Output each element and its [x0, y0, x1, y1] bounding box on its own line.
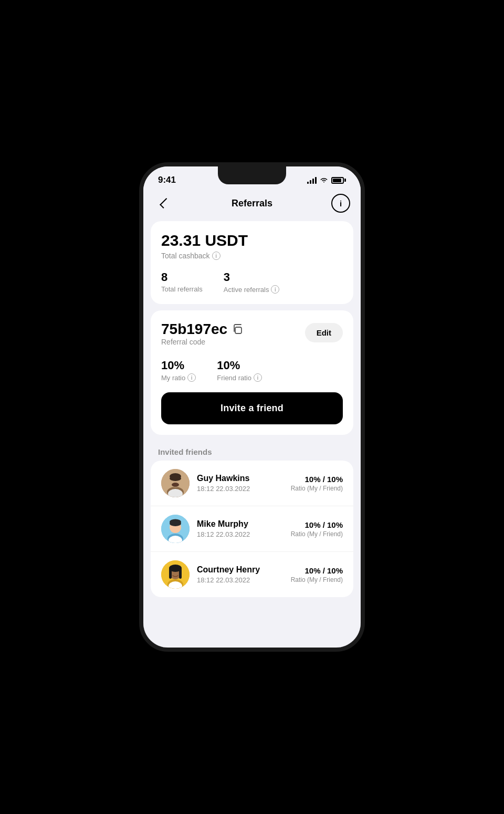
friend-ratio-display: 10% / 10% Ratio (My / Friend) [291, 566, 343, 583]
referral-code-card: 75b197ec Referral code Edit 10% My ratio [151, 310, 353, 435]
active-referrals-label: Active referrals i [224, 285, 280, 294]
stats-row: 8 Total referrals 3 Active referrals i [161, 270, 343, 294]
code-label: Referral code [161, 338, 243, 346]
friend-ratio-value: 10% / 10% [291, 520, 343, 529]
referral-code: 75b197ec [161, 321, 243, 338]
friend-ratio-value: 10% / 10% [291, 475, 343, 484]
back-button[interactable] [154, 194, 173, 213]
cashback-amount: 23.31 USDT [161, 232, 343, 249]
avatar [161, 560, 190, 589]
friend-ratio-label: Ratio (My / Friend) [291, 530, 343, 538]
signal-icon [307, 176, 317, 184]
battery-icon [331, 177, 346, 184]
svg-point-13 [170, 521, 181, 526]
friend-ratio-display: 10% / 10% Ratio (My / Friend) [291, 520, 343, 538]
friend-ratio-label: Ratio (My / Friend) [291, 485, 343, 492]
friend-item[interactable]: Courtney Henry 18:12 22.03.2022 10% / 10… [151, 552, 353, 597]
page-title: Referrals [232, 198, 272, 209]
invite-friend-button[interactable]: Invite a friend [161, 392, 343, 424]
my-ratio-label: My ratio i [161, 373, 196, 382]
svg-rect-20 [169, 568, 172, 579]
invited-friends-section-label: Invited friends [143, 441, 361, 461]
info-button[interactable]: i [331, 194, 350, 213]
bottom-spacer [143, 603, 361, 619]
status-icons [307, 176, 346, 184]
svg-point-7 [172, 483, 179, 487]
edit-button[interactable]: Edit [305, 323, 343, 342]
notch [218, 166, 286, 184]
cashback-card: 23.31 USDT Total cashback i 8 Total refe… [151, 221, 353, 304]
svg-rect-21 [179, 568, 182, 579]
info-icon: i [340, 199, 342, 208]
total-referrals-value: 8 [161, 270, 203, 284]
friend-ratio-label: Ratio (My / Friend) [291, 576, 343, 583]
friend-info: Courtney Henry 18:12 22.03.2022 [197, 565, 284, 584]
friend-date: 18:12 22.03.2022 [197, 530, 284, 538]
friend-ratio-value: 10% / 10% [291, 566, 343, 575]
active-referrals-value: 3 [224, 270, 280, 284]
friend-ratio-label: Friend ratio i [217, 373, 262, 382]
header: Referrals i [143, 190, 361, 221]
friend-info: Mike Murphy 18:12 22.03.2022 [197, 519, 284, 538]
active-referrals-info-icon[interactable]: i [271, 285, 279, 294]
friend-date: 18:12 22.03.2022 [197, 485, 284, 493]
friend-item[interactable]: Mike Murphy 18:12 22.03.2022 10% / 10% R… [151, 506, 353, 552]
friend-ratio-display: 10% / 10% Ratio (My / Friend) [291, 475, 343, 492]
friend-name: Courtney Henry [197, 565, 284, 575]
friends-list: Guy Hawkins 18:12 22.03.2022 10% / 10% R… [151, 461, 353, 597]
total-referrals-label: Total referrals [161, 285, 203, 293]
status-time: 9:41 [158, 175, 176, 185]
svg-point-6 [170, 476, 181, 481]
svg-rect-0 [235, 327, 242, 333]
my-ratio-value: 10% [161, 359, 196, 372]
avatar [161, 469, 190, 497]
active-referrals-stat: 3 Active referrals i [224, 270, 280, 294]
copy-icon[interactable] [232, 323, 243, 335]
my-ratio-info-icon[interactable]: i [187, 373, 196, 382]
friend-item[interactable]: Guy Hawkins 18:12 22.03.2022 10% / 10% R… [151, 461, 353, 506]
friend-name: Guy Hawkins [197, 474, 284, 483]
cashback-info-icon[interactable]: i [212, 252, 220, 260]
cashback-label: Total cashback i [161, 252, 343, 260]
friend-info: Guy Hawkins 18:12 22.03.2022 [197, 474, 284, 493]
ratio-row: 10% My ratio i 10% Friend ratio i [161, 359, 343, 382]
friend-ratio: 10% Friend ratio i [217, 359, 262, 382]
svg-point-14 [171, 529, 180, 533]
avatar [161, 515, 190, 543]
my-ratio: 10% My ratio i [161, 359, 196, 382]
total-referrals-stat: 8 Total referrals [161, 270, 203, 294]
code-row: 75b197ec Referral code Edit [161, 321, 343, 357]
friend-ratio-info-icon[interactable]: i [254, 373, 262, 382]
phone-frame: 9:41 [139, 162, 365, 652]
wifi-icon [320, 177, 328, 183]
friend-date: 18:12 22.03.2022 [197, 576, 284, 584]
phone-screen: 9:41 [143, 166, 361, 648]
back-chevron-icon [160, 198, 170, 208]
friend-ratio-value: 10% [217, 359, 262, 372]
friend-name: Mike Murphy [197, 519, 284, 529]
